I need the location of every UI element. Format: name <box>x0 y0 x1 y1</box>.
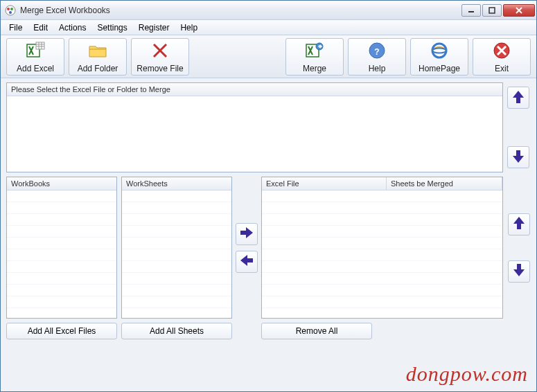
add-folder-button[interactable]: Add Folder <box>69 38 127 75</box>
arrow-up-icon <box>511 89 525 107</box>
arrow-up-icon <box>512 215 526 233</box>
arrow-down-icon <box>512 262 526 280</box>
homepage-label: HomePage <box>419 64 460 73</box>
add-all-excel-label: Add All Excel Files <box>28 326 96 336</box>
window-controls <box>461 4 535 17</box>
add-excel-button[interactable]: Add Excel <box>6 38 64 75</box>
add-excel-label: Add Excel <box>17 64 54 73</box>
remove-from-merge-button[interactable] <box>236 251 258 273</box>
app-window: Merge Excel Workbooks File Edit Actions … <box>0 0 537 392</box>
help-button[interactable]: ? Help <box>348 38 406 75</box>
merge-move-down-button[interactable] <box>508 260 530 283</box>
move-up-button[interactable] <box>507 87 529 109</box>
remove-file-button[interactable]: Remove File <box>131 38 189 75</box>
exit-icon <box>491 41 512 62</box>
exit-button[interactable]: Exit <box>473 38 531 75</box>
help-label: Help <box>369 64 386 73</box>
menu-edit[interactable]: Edit <box>29 21 52 34</box>
top-group: Please Select the Excel File or Folder t… <box>6 82 531 172</box>
content-area: Please Select the Excel File or Folder t… <box>1 78 536 391</box>
arrow-down-icon <box>511 149 525 166</box>
worksheets-header: WorkSheets <box>122 177 231 190</box>
bottom-buttons: Add All Excel Files Add All Sheets Remov… <box>6 323 531 339</box>
add-all-excel-button[interactable]: Add All Excel Files <box>6 323 117 339</box>
close-button[interactable] <box>503 4 535 17</box>
menu-register[interactable]: Register <box>134 21 174 34</box>
move-down-button[interactable] <box>507 146 529 168</box>
col-excel-file[interactable]: Excel File <box>262 177 387 190</box>
menubar: File Edit Actions Settings Register Help <box>1 20 536 35</box>
arrow-left-icon <box>239 253 254 269</box>
svg-point-2 <box>10 8 13 10</box>
worksheets-pane[interactable]: WorkSheets <box>121 177 232 319</box>
merge-move-up-button[interactable] <box>508 213 530 235</box>
homepage-button[interactable]: HomePage <box>410 38 468 75</box>
svg-text:?: ? <box>374 47 379 57</box>
add-folder-label: Add Folder <box>78 64 118 73</box>
maximize-button[interactable] <box>482 4 502 17</box>
merge-label: Merge <box>303 64 326 73</box>
exit-label: Exit <box>495 64 509 73</box>
remove-file-label: Remove File <box>137 64 183 73</box>
arrow-right-icon <box>239 226 254 242</box>
menu-help[interactable]: Help <box>176 21 202 34</box>
workbooks-pane[interactable]: WorkBooks <box>6 177 117 319</box>
merge-table-body[interactable] <box>262 190 502 318</box>
minimize-button[interactable] <box>461 4 481 17</box>
file-select-header: Please Select the Excel File or Folder t… <box>7 83 502 96</box>
remove-all-label: Remove All <box>296 326 338 336</box>
add-to-merge-button[interactable] <box>236 223 258 245</box>
remove-all-button[interactable]: Remove All <box>261 323 372 339</box>
excel-add-icon <box>25 41 46 62</box>
file-select-pane[interactable]: Please Select the Excel File or Folder t… <box>6 82 503 172</box>
reorder-buttons-top <box>507 82 531 172</box>
window-title: Merge Excel Workbooks <box>20 6 461 15</box>
svg-point-20 <box>432 44 446 57</box>
merge-table-head: Excel File Sheets be Merged <box>262 177 502 190</box>
titlebar: Merge Excel Workbooks <box>1 1 536 20</box>
toolbar: Add Excel Add Folder Remove File Merge ?… <box>1 35 536 78</box>
worksheets-list[interactable] <box>122 190 231 317</box>
svg-rect-5 <box>489 8 495 13</box>
svg-point-3 <box>9 11 12 14</box>
menu-settings[interactable]: Settings <box>93 21 131 34</box>
merge-button[interactable]: Merge <box>285 38 344 75</box>
svg-rect-9 <box>36 42 44 49</box>
file-select-list[interactable] <box>7 96 502 171</box>
svg-point-1 <box>7 8 10 10</box>
app-icon <box>5 5 16 16</box>
menu-file[interactable]: File <box>5 21 26 34</box>
add-all-sheets-label: Add All Sheets <box>150 326 204 336</box>
toolbar-spacer <box>193 38 281 76</box>
help-icon: ? <box>367 41 387 62</box>
workbooks-list[interactable] <box>7 190 116 317</box>
folder-icon <box>87 41 108 62</box>
add-all-sheets-button[interactable]: Add All Sheets <box>121 323 232 339</box>
workbooks-header: WorkBooks <box>7 177 116 190</box>
svg-point-21 <box>432 48 446 53</box>
merge-table[interactable]: Excel File Sheets be Merged <box>261 177 503 319</box>
merge-icon <box>304 41 325 62</box>
menu-actions[interactable]: Actions <box>55 21 90 34</box>
remove-x-icon <box>150 41 170 62</box>
col-sheets-merged[interactable]: Sheets be Merged <box>387 177 502 190</box>
mid-group: WorkBooks WorkSheets <box>6 177 531 319</box>
ie-icon <box>429 41 450 62</box>
